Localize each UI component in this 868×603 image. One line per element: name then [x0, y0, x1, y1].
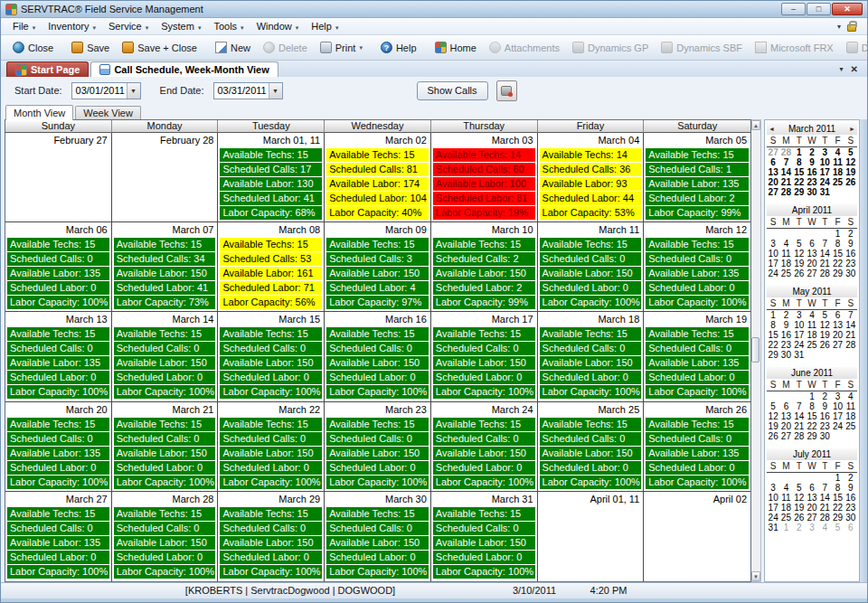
mini-day[interactable]: 25: [806, 340, 818, 350]
maximize-button[interactable]: □: [807, 3, 831, 15]
save-close-button[interactable]: Save + Close: [116, 39, 203, 56]
mini-day[interactable]: 26: [844, 177, 857, 187]
day-cell[interactable]: March 19Available Techs: 15Scheduled Cal…: [644, 312, 750, 401]
mini-day[interactable]: 15: [793, 167, 806, 177]
day-cell[interactable]: March 17Available Techs: 15Scheduled Cal…: [431, 312, 538, 401]
mini-day[interactable]: 10: [831, 401, 844, 411]
day-cell[interactable]: March 23Available Techs: 15Scheduled Cal…: [325, 402, 431, 492]
mini-day[interactable]: 28: [818, 513, 831, 523]
mini-day[interactable]: 1: [779, 523, 792, 532]
mini-day[interactable]: 14: [818, 249, 831, 259]
print-button[interactable]: Print▾: [314, 39, 369, 56]
day-cell[interactable]: April 02: [644, 492, 750, 581]
day-cell[interactable]: March 03Available Techs: 14Scheduled Cal…: [431, 133, 538, 222]
mini-day[interactable]: 1: [767, 310, 779, 320]
mini-day[interactable]: 16: [844, 249, 857, 259]
day-cell[interactable]: March 10Available Techs: 15Scheduled Cal…: [431, 222, 538, 312]
mini-day[interactable]: 19: [844, 167, 857, 177]
dropdown-arrow-icon[interactable]: ▼: [127, 83, 140, 99]
mini-day[interactable]: 1: [831, 229, 844, 239]
mini-day[interactable]: 23: [844, 259, 857, 269]
menu-item-window[interactable]: Window▾: [250, 20, 306, 33]
day-cell[interactable]: March 31Available Techs: 15Scheduled Cal…: [431, 492, 538, 581]
day-cell[interactable]: March 22Available Techs: 15Scheduled Cal…: [218, 402, 325, 492]
mini-day[interactable]: 31: [818, 187, 831, 197]
mini-day[interactable]: 27: [806, 269, 818, 278]
save-button[interactable]: Save: [65, 39, 116, 56]
prev-month-icon[interactable]: ◄: [769, 123, 775, 135]
mini-day[interactable]: 25: [844, 421, 857, 431]
mini-day[interactable]: 29: [806, 431, 818, 441]
mini-day[interactable]: 21: [793, 421, 806, 431]
day-cell[interactable]: March 07Available Techs: 15Scheduled Cal…: [112, 222, 219, 312]
mini-day[interactable]: 24: [767, 513, 779, 523]
mini-day[interactable]: 7: [793, 401, 806, 411]
mini-day[interactable]: 26: [767, 431, 779, 441]
mini-day[interactable]: 9: [806, 157, 818, 167]
mini-day[interactable]: 16: [779, 330, 792, 340]
mini-day[interactable]: 23: [779, 340, 792, 350]
mini-day[interactable]: 24: [793, 340, 806, 350]
menu-item-file[interactable]: File▾: [6, 20, 42, 33]
day-cell[interactable]: March 29Available Techs: 15Scheduled Cal…: [218, 492, 325, 581]
mini-day[interactable]: 4: [844, 391, 857, 401]
mini-day[interactable]: 2: [844, 473, 857, 483]
mini-day[interactable]: 8: [793, 157, 806, 167]
mini-day[interactable]: 10: [767, 249, 779, 259]
mini-day[interactable]: 2: [779, 310, 792, 320]
mini-day[interactable]: 4: [779, 239, 792, 249]
mini-day[interactable]: 22: [831, 259, 844, 269]
mini-day[interactable]: 23: [844, 503, 857, 513]
mini-day[interactable]: 3: [831, 391, 844, 401]
mini-day[interactable]: 20: [806, 503, 818, 513]
mini-day[interactable]: 4: [806, 310, 818, 320]
day-cell[interactable]: March 12Available Techs: 15Scheduled Cal…: [644, 222, 750, 312]
mini-day[interactable]: 30: [844, 269, 857, 278]
day-cell[interactable]: April 01, 11: [538, 492, 645, 581]
mini-day[interactable]: 22: [806, 421, 818, 431]
mini-day[interactable]: 14: [844, 320, 857, 330]
mini-day[interactable]: 3: [767, 483, 779, 493]
mini-day[interactable]: 13: [806, 249, 818, 259]
mini-day[interactable]: 5: [767, 401, 779, 411]
menu-item-help[interactable]: Help▾: [305, 20, 344, 33]
close-button[interactable]: Close: [6, 39, 60, 56]
day-cell[interactable]: March 11Available Techs: 15Scheduled Cal…: [538, 222, 645, 312]
mini-day[interactable]: 30: [779, 350, 792, 360]
mini-day[interactable]: 31: [767, 523, 779, 532]
mini-day[interactable]: 5: [793, 483, 806, 493]
menu-item-tools[interactable]: Tools▾: [207, 20, 250, 33]
mini-day[interactable]: 15: [767, 330, 779, 340]
mini-day[interactable]: 1: [806, 391, 818, 401]
day-cell[interactable]: March 09Available Techs: 15Scheduled Cal…: [325, 222, 431, 312]
mini-day[interactable]: 9: [844, 239, 857, 249]
mini-day[interactable]: 18: [844, 411, 857, 421]
mini-day[interactable]: 12: [793, 249, 806, 259]
mini-day[interactable]: 14: [793, 411, 806, 421]
day-cell[interactable]: March 24Available Techs: 15Scheduled Cal…: [431, 402, 538, 492]
mini-day[interactable]: 2: [818, 391, 831, 401]
tab-call-schedule-week-month-view[interactable]: Call Schedule, Week-Month View: [90, 61, 278, 77]
mini-day[interactable]: 4: [831, 147, 844, 157]
mini-day[interactable]: 16: [818, 411, 831, 421]
mini-day[interactable]: 12: [793, 493, 806, 503]
mini-day[interactable]: 28: [779, 187, 792, 197]
mini-day[interactable]: 15: [831, 493, 844, 503]
mini-day[interactable]: 11: [831, 157, 844, 167]
mini-day[interactable]: 15: [806, 411, 818, 421]
mini-day[interactable]: 26: [793, 269, 806, 278]
day-cell[interactable]: March 13Available Techs: 15Scheduled Cal…: [5, 312, 112, 401]
mini-day[interactable]: 26: [818, 340, 831, 350]
mini-day[interactable]: 11: [779, 249, 792, 259]
mini-day[interactable]: 9: [844, 483, 857, 493]
mini-day[interactable]: 6: [806, 483, 818, 493]
day-cell[interactable]: March 06Available Techs: 15Scheduled Cal…: [5, 222, 112, 312]
day-cell[interactable]: March 27Available Techs: 15Scheduled Cal…: [5, 492, 112, 581]
view-tab-week-view[interactable]: Week View: [75, 106, 141, 119]
mini-day[interactable]: 29: [831, 513, 844, 523]
mini-day[interactable]: 21: [818, 503, 831, 513]
mini-day[interactable]: 5: [831, 523, 844, 532]
mini-day[interactable]: 28: [793, 431, 806, 441]
home-button[interactable]: Home: [429, 39, 483, 56]
mini-day[interactable]: 27: [767, 147, 779, 157]
